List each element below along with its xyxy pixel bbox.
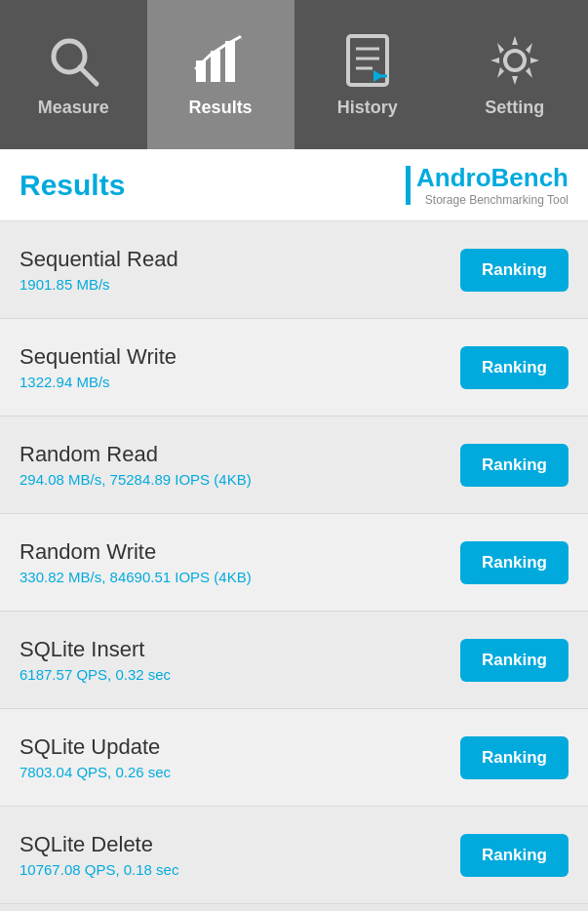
result-name: Random Write [20, 539, 252, 565]
result-item: Sequential Read 1901.85 MB/s Ranking [0, 221, 588, 319]
brand-bar-accent [406, 166, 411, 205]
brand-logo-text: AndroBench Storage Benchmarking Tool [416, 163, 568, 207]
result-item: Random Read 294.08 MB/s, 75284.89 IOPS (… [0, 416, 588, 514]
result-info: SQLite Update 7803.04 QPS, 0.26 sec [20, 734, 171, 780]
brand-name: AndroBench [416, 163, 568, 193]
results-icon [191, 31, 250, 90]
result-item: Random Write 330.82 MB/s, 84690.51 IOPS … [0, 514, 588, 612]
page-header: Results AndroBench Storage Benchmarking … [0, 149, 588, 221]
setting-icon [486, 31, 544, 90]
result-item: SQLite Insert 6187.57 QPS, 0.32 sec Rank… [0, 612, 588, 709]
result-item: SQLite Delete 10767.08 QPS, 0.18 sec Ran… [0, 807, 588, 904]
brand-name-part1: Andro [416, 163, 491, 192]
result-value: 1901.85 MB/s [20, 276, 178, 293]
measure-icon [44, 31, 102, 90]
result-name: SQLite Insert [20, 637, 171, 662]
result-info: Random Read 294.08 MB/s, 75284.89 IOPS (… [20, 442, 252, 488]
brand-logo: AndroBench Storage Benchmarking Tool [406, 163, 568, 207]
ranking-button[interactable]: Ranking [460, 639, 568, 682]
result-info: Sequential Read 1901.85 MB/s [20, 247, 178, 293]
nav-bar: Measure Results History [0, 0, 588, 149]
result-item: Sequential Write 1322.94 MB/s Ranking [0, 319, 588, 416]
result-name: Sequential Write [20, 344, 176, 370]
ranking-button[interactable]: Ranking [460, 834, 568, 877]
svg-line-1 [80, 67, 97, 84]
result-info: SQLite Delete 10767.08 QPS, 0.18 sec [20, 832, 178, 878]
nav-setting-label: Setting [485, 98, 544, 118]
nav-results-label: Results [189, 98, 253, 118]
nav-item-measure[interactable]: Measure [0, 0, 147, 149]
nav-item-setting[interactable]: Setting [441, 0, 588, 149]
result-info: Sequential Write 1322.94 MB/s [20, 344, 176, 390]
result-value: 7803.04 QPS, 0.26 sec [20, 764, 171, 780]
ranking-button[interactable]: Ranking [460, 346, 568, 389]
result-value: 1322.94 MB/s [20, 374, 176, 390]
results-list: Sequential Read 1901.85 MB/s Ranking Seq… [0, 221, 588, 904]
nav-item-history[interactable]: History [294, 0, 442, 149]
page-title: Results [20, 169, 125, 202]
result-info: SQLite Insert 6187.57 QPS, 0.32 sec [20, 637, 171, 683]
nav-item-results[interactable]: Results [147, 0, 294, 149]
brand-tagline: Storage Benchmarking Tool [425, 193, 568, 207]
nav-history-label: History [337, 98, 398, 118]
ranking-button[interactable]: Ranking [460, 736, 568, 779]
result-value: 294.08 MB/s, 75284.89 IOPS (4KB) [20, 471, 252, 488]
result-value: 10767.08 QPS, 0.18 sec [20, 861, 178, 878]
result-name: SQLite Delete [20, 832, 178, 857]
svg-rect-4 [225, 41, 235, 82]
result-name: Random Read [20, 442, 252, 467]
ranking-button[interactable]: Ranking [460, 249, 568, 292]
result-value: 330.82 MB/s, 84690.51 IOPS (4KB) [20, 569, 252, 585]
svg-marker-11 [373, 70, 383, 82]
ranking-button[interactable]: Ranking [460, 444, 568, 487]
history-icon [338, 31, 397, 90]
result-name: SQLite Update [20, 734, 171, 760]
nav-measure-label: Measure [38, 98, 109, 118]
brand-name-part2: Bench [491, 163, 568, 192]
result-info: Random Write 330.82 MB/s, 84690.51 IOPS … [20, 539, 252, 585]
result-item: SQLite Update 7803.04 QPS, 0.26 sec Rank… [0, 709, 588, 807]
result-value: 6187.57 QPS, 0.32 sec [20, 666, 171, 683]
result-name: Sequential Read [20, 247, 178, 272]
ranking-button[interactable]: Ranking [460, 541, 568, 584]
svg-point-12 [505, 51, 525, 70]
